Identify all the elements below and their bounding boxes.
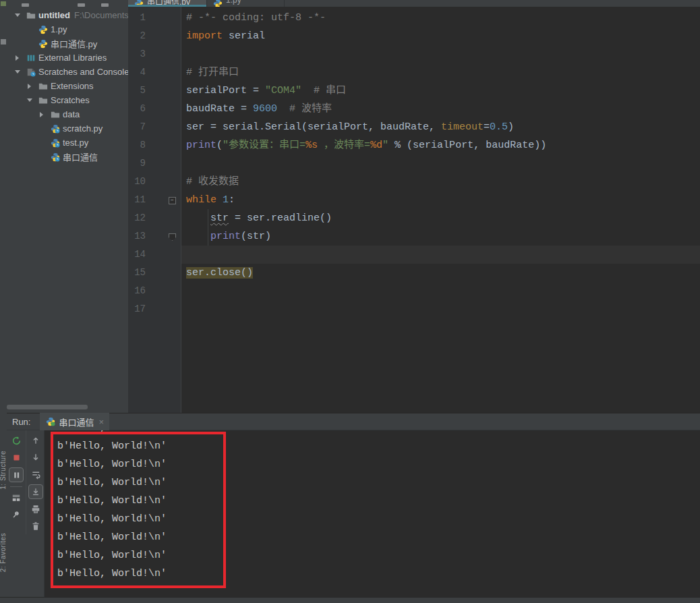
token: # 波特率 [289,103,332,115]
code-line-1[interactable]: 1# -*- coding: utf-8 -*- [128,9,700,27]
code-line-7[interactable]: 7ser = serial.Serial(serialPort, baudRat… [128,118,700,136]
code-line-14[interactable]: 14 [128,246,700,264]
run-label: Run: [12,417,30,427]
editor-tab-串口通信.py[interactable]: 串口通信.py [128,0,207,7]
toolbutton-favorites[interactable]: 2: Favorites [0,533,7,572]
chevron-down-icon[interactable] [13,13,26,17]
gutter-fold-area [146,27,181,45]
tree-item-test.py[interactable]: 6 16">test.py [7,136,128,150]
up-button[interactable] [29,434,42,447]
line-number: 9 [128,154,146,173]
code-editor[interactable]: 1# -*- coding: utf-8 -*-2import serial34… [128,7,700,413]
token [186,231,210,242]
code-line-8[interactable]: 8print("参数设置：串口=%s ，波特率=%d" % (serialPor… [128,136,700,154]
toolbar-divider [10,486,22,487]
code-line-5[interactable]: 5serialPort = "COM4" # 串口 [128,82,700,100]
token: 1 [223,194,229,206]
toolbar-icon-sliver [78,3,85,7]
tree-item-scratch.py[interactable]: 6 16">scratch.py [7,121,128,136]
gutter-fold-area: − [146,191,181,209]
code-line-6[interactable]: 6baudRate = 9600 # 波特率 [128,100,700,118]
code-line-3[interactable]: 3 [128,45,700,63]
gutter-fold-area [146,227,181,246]
soft-wrap-button[interactable] [29,467,42,481]
tree-item-External Libraries[interactable]: External Libraries [7,51,128,65]
code-line-13[interactable]: 13 print(str) [128,227,700,246]
clipped-tool-icon [1,39,6,45]
fold-end-icon[interactable] [169,233,176,241]
chevron-down-icon[interactable] [26,98,38,102]
python-file-icon [38,24,48,34]
close-icon[interactable]: × [98,417,104,427]
tree-item-label: 串口通信 [63,150,98,163]
rerun-button[interactable] [9,434,23,447]
tree-item-串口通信[interactable]: 6 16">串口通信 [7,150,128,164]
toolbar-icon-sliver [101,3,109,7]
tree-item-path: F:\Documents\ [74,10,128,20]
code-line-10[interactable]: 10# 收发数据 [128,173,700,191]
tree-item-label: untitled [38,10,70,20]
tree-item-untitled[interactable]: untitledF:\Documents\ [7,8,128,22]
pin-button[interactable] [9,508,23,521]
tree-item-Extensions[interactable]: Extensions [7,79,128,93]
soft-wrap-icon [31,469,41,480]
tree-item-1.py[interactable]: 1.py [7,22,128,36]
token: timeout [441,121,484,133]
chevron-right-icon[interactable] [13,55,26,61]
code-line-9[interactable]: 9 [128,154,700,173]
clear-button[interactable] [29,519,42,533]
project-panel: untitledF:\Documents\1.py串口通信.pyExternal… [7,0,129,413]
tree-item-label: Scratches and Consoles [38,67,128,77]
token: %s [305,140,318,151]
code-line-15[interactable]: 15ser.close() [128,264,700,282]
code-text: # 收发数据 [181,173,700,191]
token: import [186,30,223,42]
scroll-end-button[interactable] [28,484,43,499]
gutter-fold-area [146,246,181,264]
run-tab[interactable]: 6 16"> 串口通信 × [40,413,109,430]
restore-layout-button[interactable] [9,491,23,505]
folder-icon [38,95,48,105]
status-bar [0,597,700,603]
libraries-icon [26,53,36,63]
token: 0.5 [490,121,508,133]
tree-item-Scratches and Consoles[interactable]: Scratches and Consoles [7,65,128,79]
code-line-4[interactable]: 4# 打开串口 [128,63,700,82]
token: # -*- coding: utf-8 -*- [186,12,326,24]
chevron-right-icon[interactable] [26,84,38,89]
rerun-icon [11,436,22,446]
code-line-2[interactable]: 2import serial [128,27,700,45]
clear-icon [31,521,41,532]
editor-tab-1.py[interactable]: 1.py [207,0,285,7]
toolbutton-structure[interactable]: 1: Structure [0,451,7,490]
code-line-17[interactable]: 17 [128,300,700,318]
python-file-icon [134,0,144,7]
run-console[interactable]: b'Hello, World!\n'b'Hello, World!\n'b'He… [45,430,700,597]
fold-collapse-icon[interactable]: − [169,197,176,204]
gutter-fold-area [146,154,181,173]
chevron-down-icon[interactable] [13,70,26,74]
tree-item-data[interactable]: data [7,107,128,121]
code-line-16[interactable]: 16 [128,282,700,300]
line-number: 15 [128,264,146,282]
toolbar-icon-sliver [22,3,29,7]
stop-button[interactable] [9,451,23,464]
line-number: 17 [128,300,146,318]
chevron-right-icon[interactable] [38,112,50,117]
tree-item-Scratches[interactable]: Scratches [7,93,128,107]
print-button[interactable] [29,502,42,516]
code-line-12[interactable]: 12 str = ser.readline() [128,209,700,227]
token: "参数设置：串口= [223,140,305,151]
code-line-11[interactable]: 11−while 1: [128,191,700,209]
pause-button[interactable] [9,467,24,482]
console-output-line: b'Hello, World!\n' [57,492,700,510]
tree-item-串口通信.py[interactable]: 串口通信.py [7,36,128,51]
horizontal-scrollbar-thumb[interactable] [7,405,88,409]
scroll-end-icon [31,487,41,497]
token: "COM4" [265,85,301,96]
down-button[interactable] [29,451,42,464]
token: str [210,212,229,224]
project-toolbar [7,0,128,7]
token: serialPort = [186,85,265,96]
code-text [181,154,700,173]
